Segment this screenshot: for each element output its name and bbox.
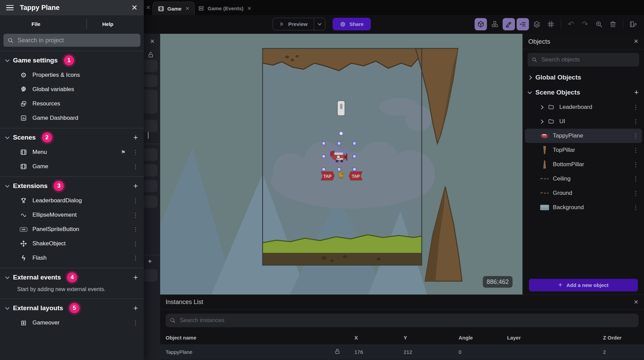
kebab-menu-icon[interactable]: ⋮ — [132, 212, 138, 219]
kebab-menu-icon[interactable]: ⋮ — [633, 118, 639, 125]
drawer-item-properties & icons[interactable]: ⚙ Properties & Icons — [0, 68, 144, 82]
edit-mode-icon[interactable] — [503, 18, 515, 30]
redo-icon[interactable]: ↷ — [579, 18, 591, 30]
kebab-menu-icon[interactable]: ⋮ — [633, 104, 639, 111]
object-row-bottompillar[interactable]: BottomPillar ⋮ — [525, 157, 642, 172]
drawer-item-ellipsemovement[interactable]: EllipseMovement ⋮ — [0, 208, 144, 222]
instances-panel-icon[interactable] — [489, 18, 501, 30]
kebab-menu-icon[interactable]: ⋮ — [132, 197, 138, 204]
add-icon[interactable]: + — [134, 182, 138, 191]
layers-panel-icon[interactable] — [531, 18, 543, 30]
drawer-item-menu[interactable]: Menu ⚑⋮ — [0, 145, 144, 159]
instances-search-input[interactable] — [179, 317, 634, 324]
plus-icon[interactable]: + — [148, 258, 152, 265]
menu-file[interactable]: File — [0, 21, 72, 27]
kebab-menu-icon[interactable]: ⋮ — [132, 255, 138, 262]
section-header[interactable]: Scenes 2+ — [0, 130, 144, 145]
kebab-menu-icon[interactable]: ⋮ — [132, 240, 138, 247]
object-row-leaderboard[interactable]: Leaderboard ⋮ — [525, 100, 642, 114]
preview-options-button[interactable] — [314, 18, 325, 30]
objects-search[interactable] — [528, 53, 639, 67]
project-search[interactable] — [3, 34, 140, 47]
properties-panel-icon[interactable] — [517, 18, 529, 30]
col-x[interactable]: X — [354, 335, 404, 341]
tab-game-events[interactable]: Game (Events) ✕ — [193, 2, 256, 15]
project-search-input[interactable] — [17, 37, 136, 44]
object-group-global-objects[interactable]: Global Objects — [523, 70, 644, 85]
tab-game[interactable]: Game ✕ — [153, 2, 195, 15]
instance-row-tappyplane[interactable]: TappyPlane 176 212 0 2 — [160, 344, 644, 360]
tappy-plane-sprite[interactable] — [330, 148, 349, 164]
grid-icon[interactable] — [545, 18, 557, 30]
drawer-item-shakeobject[interactable]: ShakeObject ⋮ — [0, 236, 144, 251]
add-icon[interactable]: + — [634, 88, 639, 97]
preview-button[interactable]: Preview — [272, 18, 325, 30]
section-header[interactable]: External layouts 5+ — [0, 301, 144, 316]
trash-icon[interactable] — [607, 18, 619, 30]
menu-icon[interactable] — [6, 5, 14, 11]
kebab-menu-icon[interactable]: ⋮ — [633, 132, 639, 140]
project-manager-drawer: Tappy Plane ✕ File Help Game settings 1 … — [0, 0, 144, 360]
zoom-in-icon[interactable] — [593, 18, 605, 30]
drawer-item-resources[interactable]: Resources — [0, 97, 144, 111]
drawer-item-panelspritebutton[interactable]: OK PanelSpriteButton ⋮ — [0, 222, 144, 236]
col-object-name[interactable]: Object name — [166, 335, 335, 341]
drawer-item-gameover[interactable]: ⊞ Gameover ⋮ — [0, 316, 144, 330]
object-row-tappyplane[interactable]: TappyPlane ⋮ — [525, 129, 642, 143]
tap-label-right: TAP — [352, 174, 360, 179]
folder-icon — [546, 104, 556, 111]
tab-close-icon[interactable]: ✕ — [185, 5, 190, 12]
instances-search[interactable] — [166, 314, 639, 327]
close-icon[interactable]: ✕ — [634, 299, 639, 306]
drawer-item-game dashboard[interactable]: Game Dashboard — [0, 111, 144, 125]
kebab-menu-icon[interactable]: ⋮ — [633, 204, 639, 211]
object-row-ui[interactable]: UI ⋮ — [525, 114, 642, 129]
section-header[interactable]: Extensions 3+ — [0, 178, 144, 193]
object-group-scene-objects[interactable]: Scene Objects + — [523, 85, 644, 100]
col-y[interactable]: Y — [404, 335, 459, 341]
share-button[interactable]: Share — [333, 18, 371, 30]
add-object-button[interactable]: + Add a new object — [529, 279, 638, 291]
section-header[interactable]: External events 4+ — [0, 270, 144, 285]
object-row-ground[interactable]: Ground ⋮ — [525, 186, 642, 200]
kebab-menu-icon[interactable]: ⋮ — [132, 163, 138, 170]
close-icon[interactable]: ✕ — [131, 3, 138, 12]
object-row-toppillar[interactable]: TopPillar ⋮ — [525, 143, 642, 157]
kebab-menu-icon[interactable]: ⋮ — [633, 190, 639, 197]
drawer-item-flash[interactable]: ϟ Flash ⋮ — [0, 251, 144, 265]
lock-icon[interactable] — [148, 52, 154, 59]
hidden-tab-close-icon[interactable]: ✕ — [146, 4, 151, 11]
objects-search-input[interactable] — [541, 56, 635, 63]
close-icon[interactable]: ✕ — [150, 38, 155, 45]
object-row-ceiling[interactable]: Ceiling ⋮ — [525, 172, 642, 186]
kebab-menu-icon[interactable]: ⋮ — [132, 319, 138, 327]
kebab-menu-icon[interactable]: ⋮ — [633, 175, 639, 183]
scene-canvas[interactable]: TAP TAP 886;462 — [160, 34, 522, 294]
instances-list-panel: Instances List ✕ Object nameXYAngleLayer… — [160, 294, 644, 360]
kebab-menu-icon[interactable]: ⋮ — [633, 147, 639, 154]
close-icon[interactable]: ✕ — [634, 38, 639, 45]
col-angle[interactable]: Angle — [459, 335, 507, 341]
col-z-order[interactable]: Z Order — [603, 335, 639, 341]
col-layer[interactable]: Layer — [507, 335, 603, 341]
add-icon[interactable]: + — [134, 273, 138, 282]
chevron-down-icon[interactable] — [148, 132, 149, 139]
drawer-item-global variables[interactable]: Global variables — [0, 82, 144, 97]
object-label: UI — [559, 118, 565, 125]
unlock-icon[interactable] — [335, 348, 354, 356]
undo-icon[interactable]: ↶ — [565, 18, 577, 30]
add-icon[interactable]: + — [134, 304, 138, 313]
section-header[interactable]: Game settings 1 — [0, 53, 144, 68]
tab-close-icon[interactable]: ✕ — [247, 5, 252, 12]
drawer-item-game[interactable]: Game ⋮ — [0, 159, 144, 174]
edit-scene-icon[interactable] — [627, 18, 639, 30]
kebab-menu-icon[interactable]: ⋮ — [132, 226, 138, 233]
drawer-item-leaderboarddialog[interactable]: LeaderboardDialog ⋮ — [0, 193, 144, 208]
object-row-background[interactable]: Background ⋮ — [525, 200, 642, 215]
menu-help[interactable]: Help — [72, 21, 144, 27]
kebab-menu-icon[interactable]: ⋮ — [132, 149, 138, 156]
kebab-menu-icon[interactable]: ⋮ — [633, 161, 639, 168]
objects-panel-icon[interactable] — [475, 18, 487, 30]
add-icon[interactable]: + — [134, 133, 138, 142]
rotation-handle[interactable] — [339, 132, 343, 135]
